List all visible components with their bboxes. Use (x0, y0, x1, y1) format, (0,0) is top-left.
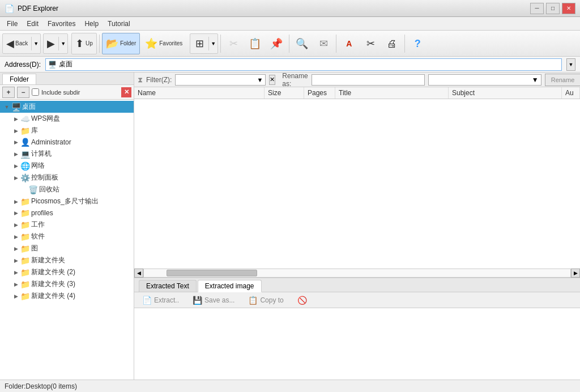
col-pages[interactable]: Pages (304, 87, 335, 99)
tree-item-network[interactable]: ▶ 🌐 网络 (0, 160, 134, 172)
tree-expand-control[interactable]: ▶ (11, 173, 20, 182)
back-arrow[interactable]: ▼ (32, 41, 40, 46)
titlebar-controls: ─ □ ✕ (530, 3, 575, 14)
tree-item-recycle[interactable]: 🗑️ 回收站 (0, 184, 134, 195)
hscroll-left[interactable]: ◀ (134, 269, 143, 278)
tree-label-picosmos: Picosmos_多尺寸输出 (31, 197, 99, 206)
col-title[interactable]: Title (335, 87, 449, 99)
forward-arrow[interactable]: ▼ (59, 41, 67, 46)
tree-expand-recycle[interactable] (20, 185, 28, 194)
address-dropdown[interactable]: ▼ (566, 58, 575, 71)
menu-file[interactable]: File (2, 19, 22, 29)
wps-icon: ☁️ (20, 114, 29, 123)
tree-item-admin[interactable]: ▶ 👤 Administrator (0, 137, 134, 148)
maximize-button[interactable]: □ (546, 3, 560, 14)
tree-expand-network[interactable]: ▶ (11, 161, 20, 171)
remove-folder-btn[interactable]: − (17, 87, 29, 98)
left-panel: Folder + − Include subdir ✕ ▼ 🖥️ 桌面 (0, 73, 134, 380)
tree-item-software[interactable]: ▶ 📁 软件 (0, 231, 134, 242)
tab-extracted-text[interactable]: Extracted Text (139, 280, 197, 292)
menu-tutorial[interactable]: Tutorial (103, 19, 135, 29)
forward-button[interactable]: ▶ (44, 33, 58, 54)
rename-button[interactable]: Rename (545, 74, 580, 86)
help-button[interactable]: ? (407, 33, 428, 54)
rename-input[interactable] (312, 75, 424, 85)
tree-expand-pic[interactable]: ▶ (11, 244, 20, 253)
col-subject[interactable]: Subject (449, 87, 562, 99)
hscroll-right[interactable]: ▶ (571, 269, 580, 278)
filter-select[interactable]: ▼ (175, 74, 266, 86)
folder-button[interactable]: 📂 Folder (102, 33, 140, 54)
tree-expand-profiles[interactable]: ▶ (11, 208, 20, 218)
copy-button[interactable]: 📋 (245, 33, 265, 54)
menu-edit[interactable]: Edit (22, 19, 43, 29)
tree-label-new1: 新建文件夹 (31, 255, 65, 265)
email-button[interactable]: ✉ (313, 33, 334, 54)
tree-expand-software[interactable]: ▶ (11, 232, 20, 241)
rename-input-container (312, 74, 425, 86)
tree-item-new4[interactable]: ▶ 📁 新建文件夹 (4) (0, 290, 134, 302)
tree-expand-new3[interactable]: ▶ (11, 280, 20, 289)
tab-extracted-image[interactable]: Extracted image (198, 280, 262, 292)
tree-item-ku[interactable]: ▶ 📁 库 (0, 125, 134, 137)
col-name[interactable]: Name (134, 87, 265, 99)
tree-item-new3[interactable]: ▶ 📁 新建文件夹 (3) (0, 278, 134, 290)
copy-to-btn[interactable]: 📋 Copy to (245, 295, 287, 306)
address-input[interactable]: 🖥️ (45, 58, 562, 71)
tree-expand-admin[interactable]: ▶ (11, 138, 20, 147)
tree-item-profiles[interactable]: ▶ 📁 profiles (0, 207, 134, 219)
search-button[interactable]: 🔍 (292, 33, 312, 54)
include-subdir-checkbox[interactable] (32, 88, 39, 96)
tree-expand-picosmos[interactable]: ▶ (11, 197, 20, 206)
close-button[interactable]: ✕ (562, 3, 575, 14)
save-as-btn[interactable]: 💾 Save as... (189, 295, 238, 306)
control-icon: ⚙️ (20, 173, 29, 182)
tree-expand-new4[interactable]: ▶ (11, 292, 20, 301)
print-button[interactable]: 🖨 (382, 33, 402, 54)
tree-item-control[interactable]: ▶ ⚙️ 控制面板 (0, 172, 134, 184)
rename-dropdown[interactable]: ▼ (429, 75, 541, 85)
menubar: File Edit Favorites Help Tutorial (0, 17, 580, 31)
tree-item-pic[interactable]: ▶ 📁 图 (0, 242, 134, 254)
tree-item-desktop[interactable]: ▼ 🖥️ 桌面 (0, 101, 134, 113)
tree-item-new2[interactable]: ▶ 📁 新建文件夹 (2) (0, 266, 134, 278)
menu-help[interactable]: Help (80, 19, 103, 29)
hscroll-thumb[interactable] (167, 270, 257, 276)
close-panel-btn[interactable]: ✕ (121, 87, 131, 97)
tree-expand-desktop[interactable]: ▼ (2, 103, 11, 112)
tab-folder[interactable]: Folder (2, 74, 36, 84)
back-button[interactable]: ◀ Back (3, 33, 31, 54)
tree-expand-new2[interactable]: ▶ (11, 268, 20, 277)
col-author[interactable]: Au (562, 87, 580, 99)
folder-tree: ▼ 🖥️ 桌面 ▶ ☁️ WPS网盘 ▶ 📁 库 ▶ (0, 100, 134, 380)
favorites-button[interactable]: ⭐ Favorites (141, 33, 186, 54)
extract-btn[interactable]: 📄 Extract.. (139, 295, 182, 306)
menu-favorites[interactable]: Favorites (43, 19, 80, 29)
minimize-button[interactable]: ─ (530, 3, 544, 14)
add-folder-btn[interactable]: + (2, 87, 15, 98)
tree-item-picosmos[interactable]: ▶ 📁 Picosmos_多尺寸输出 (0, 195, 134, 207)
tree-expand-work[interactable]: ▶ (11, 220, 20, 229)
find-text-button[interactable]: A (339, 33, 359, 54)
tree-expand-wps[interactable]: ▶ (11, 114, 20, 123)
tree-item-new1[interactable]: ▶ 📁 新建文件夹 (0, 254, 134, 266)
cancel-btn[interactable]: 🚫 (294, 295, 310, 306)
up-button[interactable]: ⬆ Up (71, 33, 97, 54)
tree-expand-new1[interactable]: ▶ (11, 256, 20, 265)
tree-expand-computer[interactable]: ▶ (11, 150, 20, 159)
tree-item-work[interactable]: ▶ 📁 工作 (0, 219, 134, 231)
address-combo[interactable] (59, 61, 559, 69)
titlebar-left: 📄 PDF Explorer (5, 4, 58, 13)
tree-item-computer[interactable]: ▶ 💻 计算机 (0, 148, 134, 160)
tree-expand-ku[interactable]: ▶ (11, 126, 20, 135)
scissors-button[interactable]: ✂ (360, 33, 381, 54)
view-arrow[interactable]: ▼ (209, 41, 218, 46)
col-size[interactable]: Size (265, 87, 304, 99)
tree-item-wps[interactable]: ▶ ☁️ WPS网盘 (0, 113, 134, 125)
cut-button[interactable]: ✂ (223, 33, 244, 54)
tree-label-new4: 新建文件夹 (4) (31, 291, 75, 301)
filter-clear-btn[interactable]: ✕ (269, 75, 275, 85)
view-button[interactable]: ⊞ (190, 33, 208, 54)
tree-label-ku: 库 (31, 126, 38, 135)
paste-button[interactable]: 📌 (266, 33, 287, 54)
